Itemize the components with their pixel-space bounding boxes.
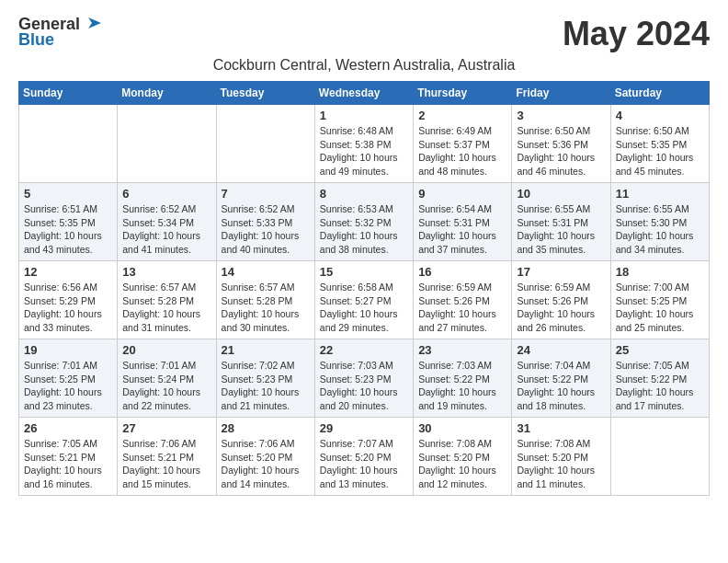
calendar-cell: 30Sunrise: 7:08 AM Sunset: 5:20 PM Dayli… — [414, 418, 512, 496]
calendar-cell — [118, 105, 216, 183]
day-number: 19 — [24, 343, 112, 357]
day-number: 3 — [517, 109, 605, 122]
calendar-cell: 21Sunrise: 7:02 AM Sunset: 5:23 PM Dayli… — [216, 339, 314, 418]
day-info: Sunrise: 7:06 AM Sunset: 5:21 PM Dayligh… — [122, 437, 210, 491]
calendar-cell: 2Sunrise: 6:49 AM Sunset: 5:37 PM Daylig… — [414, 105, 512, 183]
calendar-cell — [610, 418, 709, 496]
header: General Blue May 2024 — [18, 15, 710, 53]
calendar-cell: 18Sunrise: 7:00 AM Sunset: 5:25 PM Dayli… — [610, 261, 709, 339]
week-row-4: 26Sunrise: 7:05 AM Sunset: 5:21 PM Dayli… — [19, 418, 710, 496]
day-info: Sunrise: 6:49 AM Sunset: 5:37 PM Dayligh… — [418, 124, 506, 178]
calendar-cell: 16Sunrise: 6:59 AM Sunset: 5:26 PM Dayli… — [414, 261, 512, 339]
logo-blue: Blue — [18, 30, 54, 50]
day-info: Sunrise: 6:50 AM Sunset: 5:35 PM Dayligh… — [616, 124, 704, 178]
header-monday: Monday — [118, 82, 216, 105]
day-number: 21 — [222, 343, 310, 357]
calendar-cell — [216, 105, 314, 183]
location-title: Cockburn Central, Western Australia, Aus… — [18, 57, 710, 74]
header-friday: Friday — [512, 82, 610, 105]
day-number: 31 — [517, 421, 605, 435]
logo-bird-icon — [81, 17, 101, 32]
day-number: 13 — [122, 265, 210, 279]
day-number: 6 — [122, 187, 210, 201]
day-number: 28 — [222, 421, 310, 435]
day-number: 26 — [24, 421, 112, 435]
day-number: 29 — [320, 421, 408, 435]
calendar-cell: 9Sunrise: 6:54 AM Sunset: 5:31 PM Daylig… — [414, 183, 512, 261]
calendar-cell: 24Sunrise: 7:04 AM Sunset: 5:22 PM Dayli… — [512, 339, 610, 418]
header-wednesday: Wednesday — [314, 82, 413, 105]
day-info: Sunrise: 7:03 AM Sunset: 5:23 PM Dayligh… — [320, 359, 408, 413]
day-number: 16 — [418, 265, 506, 279]
calendar-cell: 14Sunrise: 6:57 AM Sunset: 5:28 PM Dayli… — [216, 261, 314, 339]
calendar-cell: 3Sunrise: 6:50 AM Sunset: 5:36 PM Daylig… — [512, 105, 610, 183]
calendar-cell: 17Sunrise: 6:59 AM Sunset: 5:26 PM Dayli… — [512, 261, 610, 339]
day-number: 5 — [24, 187, 112, 201]
day-number: 27 — [122, 421, 210, 435]
calendar-cell: 8Sunrise: 6:53 AM Sunset: 5:32 PM Daylig… — [314, 183, 413, 261]
day-number: 25 — [616, 343, 704, 357]
calendar-cell: 5Sunrise: 6:51 AM Sunset: 5:35 PM Daylig… — [19, 183, 118, 261]
calendar-cell: 6Sunrise: 6:52 AM Sunset: 5:34 PM Daylig… — [118, 183, 216, 261]
day-info: Sunrise: 7:07 AM Sunset: 5:20 PM Dayligh… — [320, 437, 408, 491]
day-info: Sunrise: 7:00 AM Sunset: 5:25 PM Dayligh… — [616, 281, 704, 335]
day-info: Sunrise: 6:54 AM Sunset: 5:31 PM Dayligh… — [418, 202, 506, 257]
day-info: Sunrise: 7:08 AM Sunset: 5:20 PM Dayligh… — [517, 437, 605, 491]
day-info: Sunrise: 7:06 AM Sunset: 5:20 PM Dayligh… — [222, 437, 310, 491]
calendar-cell: 31Sunrise: 7:08 AM Sunset: 5:20 PM Dayli… — [512, 418, 610, 496]
week-row-1: 5Sunrise: 6:51 AM Sunset: 5:35 PM Daylig… — [19, 183, 710, 261]
svg-marker-0 — [88, 17, 101, 29]
day-number: 11 — [616, 187, 704, 201]
day-number: 23 — [418, 343, 506, 357]
day-number: 20 — [122, 343, 210, 357]
day-info: Sunrise: 7:03 AM Sunset: 5:22 PM Dayligh… — [418, 359, 506, 413]
day-info: Sunrise: 6:59 AM Sunset: 5:26 PM Dayligh… — [517, 281, 605, 335]
calendar-cell: 1Sunrise: 6:48 AM Sunset: 5:38 PM Daylig… — [314, 105, 413, 183]
day-info: Sunrise: 6:52 AM Sunset: 5:33 PM Dayligh… — [222, 202, 310, 257]
calendar-cell: 4Sunrise: 6:50 AM Sunset: 5:35 PM Daylig… — [610, 105, 709, 183]
day-number: 10 — [517, 187, 605, 201]
calendar-cell: 7Sunrise: 6:52 AM Sunset: 5:33 PM Daylig… — [216, 183, 314, 261]
day-number: 30 — [418, 421, 506, 435]
calendar-cell: 11Sunrise: 6:55 AM Sunset: 5:30 PM Dayli… — [610, 183, 709, 261]
day-info: Sunrise: 6:57 AM Sunset: 5:28 PM Dayligh… — [222, 281, 310, 335]
calendar-cell: 29Sunrise: 7:07 AM Sunset: 5:20 PM Dayli… — [314, 418, 413, 496]
calendar-cell: 15Sunrise: 6:58 AM Sunset: 5:27 PM Dayli… — [314, 261, 413, 339]
day-info: Sunrise: 6:51 AM Sunset: 5:35 PM Dayligh… — [24, 202, 112, 257]
day-info: Sunrise: 6:55 AM Sunset: 5:31 PM Dayligh… — [517, 202, 605, 257]
day-number: 2 — [418, 109, 506, 122]
logo: General Blue — [18, 15, 102, 50]
day-info: Sunrise: 7:01 AM Sunset: 5:24 PM Dayligh… — [122, 359, 210, 413]
day-info: Sunrise: 7:05 AM Sunset: 5:21 PM Dayligh… — [24, 437, 112, 491]
calendar-cell: 20Sunrise: 7:01 AM Sunset: 5:24 PM Dayli… — [118, 339, 216, 418]
day-info: Sunrise: 6:53 AM Sunset: 5:32 PM Dayligh… — [320, 202, 408, 257]
day-number: 9 — [418, 187, 506, 201]
calendar-cell: 25Sunrise: 7:05 AM Sunset: 5:22 PM Dayli… — [610, 339, 709, 418]
calendar-cell: 12Sunrise: 6:56 AM Sunset: 5:29 PM Dayli… — [19, 261, 118, 339]
day-info: Sunrise: 7:05 AM Sunset: 5:22 PM Dayligh… — [616, 359, 704, 413]
day-number: 4 — [616, 109, 704, 122]
day-number: 18 — [616, 265, 704, 279]
day-info: Sunrise: 6:48 AM Sunset: 5:38 PM Dayligh… — [320, 124, 408, 178]
day-info: Sunrise: 7:04 AM Sunset: 5:22 PM Dayligh… — [517, 359, 605, 413]
calendar-table: Sunday Monday Tuesday Wednesday Thursday… — [18, 81, 710, 496]
header-thursday: Thursday — [414, 82, 512, 105]
day-number: 24 — [517, 343, 605, 357]
day-info: Sunrise: 6:59 AM Sunset: 5:26 PM Dayligh… — [418, 281, 506, 335]
day-info: Sunrise: 6:55 AM Sunset: 5:30 PM Dayligh… — [616, 202, 704, 257]
day-number: 1 — [320, 109, 408, 122]
day-info: Sunrise: 6:52 AM Sunset: 5:34 PM Dayligh… — [122, 202, 210, 257]
day-info: Sunrise: 7:08 AM Sunset: 5:20 PM Dayligh… — [418, 437, 506, 491]
week-row-0: 1Sunrise: 6:48 AM Sunset: 5:38 PM Daylig… — [19, 105, 710, 183]
week-row-2: 12Sunrise: 6:56 AM Sunset: 5:29 PM Dayli… — [19, 261, 710, 339]
month-title: May 2024 — [563, 15, 710, 53]
day-number: 17 — [517, 265, 605, 279]
day-info: Sunrise: 6:57 AM Sunset: 5:28 PM Dayligh… — [122, 281, 210, 335]
week-row-3: 19Sunrise: 7:01 AM Sunset: 5:25 PM Dayli… — [19, 339, 710, 418]
day-number: 8 — [320, 187, 408, 201]
header-row: Sunday Monday Tuesday Wednesday Thursday… — [19, 82, 710, 105]
calendar-cell: 28Sunrise: 7:06 AM Sunset: 5:20 PM Dayli… — [216, 418, 314, 496]
calendar-cell: 26Sunrise: 7:05 AM Sunset: 5:21 PM Dayli… — [19, 418, 118, 496]
calendar-cell: 23Sunrise: 7:03 AM Sunset: 5:22 PM Dayli… — [414, 339, 512, 418]
day-info: Sunrise: 7:01 AM Sunset: 5:25 PM Dayligh… — [24, 359, 112, 413]
